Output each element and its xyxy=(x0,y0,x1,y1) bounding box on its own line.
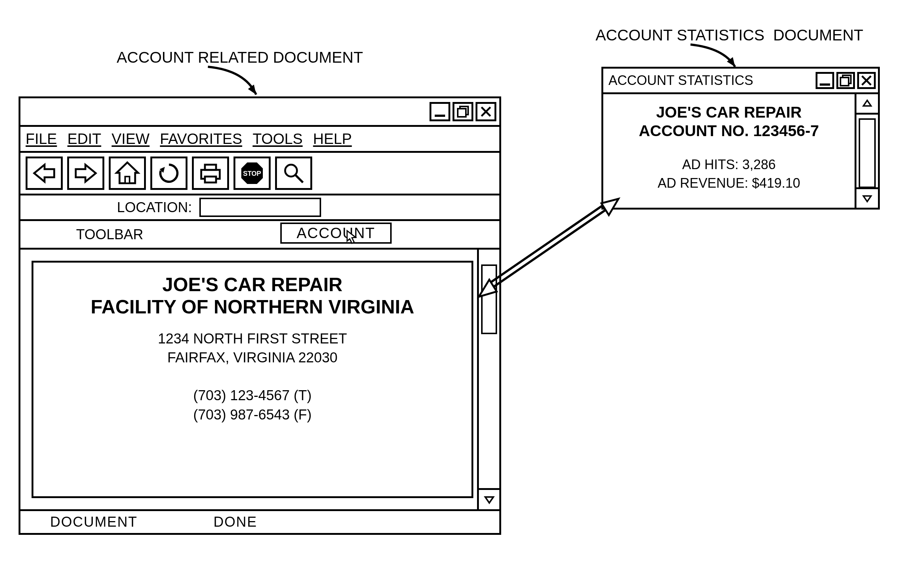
menu-view[interactable]: VIEW xyxy=(112,131,149,147)
stats-ad-revenue-value: $419.10 xyxy=(752,176,800,190)
reload-icon xyxy=(156,160,182,186)
svg-rect-4 xyxy=(458,109,466,117)
scrollbar-thumb[interactable] xyxy=(481,264,497,334)
reload-button[interactable] xyxy=(150,157,188,190)
svg-line-17 xyxy=(295,175,303,182)
chevron-down-icon xyxy=(862,193,873,204)
home-icon xyxy=(114,160,140,186)
svg-marker-8 xyxy=(76,165,96,182)
svg-rect-10 xyxy=(125,176,130,183)
svg-line-27 xyxy=(490,208,609,289)
close-icon xyxy=(860,74,873,87)
stats-heading: JOE'S CAR REPAIR ACCOUNT NO. 123456-7 xyxy=(607,103,851,141)
svg-rect-14 xyxy=(205,176,216,182)
stats-window: ACCOUNT STATISTICS xyxy=(602,67,880,210)
statusbar: DOCUMENT DONE xyxy=(21,509,499,533)
page-phone-f: (703) 987-6543 (F) xyxy=(41,405,464,424)
stats-body-wrap: JOE'S CAR REPAIR ACCOUNT NO. 123456-7 AD… xyxy=(603,94,878,208)
page-title: JOE'S CAR REPAIR FACILITY OF NORTHERN VI… xyxy=(41,274,464,318)
svg-point-16 xyxy=(285,165,297,176)
toolbar-icons: STOP xyxy=(21,153,499,195)
location-label: LOCATION: xyxy=(117,200,192,216)
callout-main-text: ACCOUNT RELATED DOCUMENT xyxy=(117,49,363,66)
minimize-button[interactable] xyxy=(430,102,450,121)
status-done: DONE xyxy=(213,514,257,530)
stats-ad-hits-row: AD HITS: 3,286 xyxy=(607,155,851,174)
menu-tools[interactable]: TOOLS xyxy=(252,131,303,147)
svg-marker-26 xyxy=(863,196,871,202)
stats-ad-hits-value: 3,286 xyxy=(742,157,775,172)
scrollbar-vertical[interactable] xyxy=(477,250,499,509)
stats-ad-revenue-label: AD REVENUE: xyxy=(658,176,748,190)
page-title-line2: FACILITY OF NORTHERN VIRGINIA xyxy=(91,296,414,317)
stats-minimize-button[interactable] xyxy=(816,72,834,89)
stop-icon-label: STOP xyxy=(243,170,261,177)
stats-heading-line1: JOE'S CAR REPAIR xyxy=(656,104,802,121)
svg-marker-19 xyxy=(485,497,493,503)
stats-ad-hits-label: AD HITS: xyxy=(682,157,738,172)
page-address-line2: FAIRFAX, VIRGINIA 22030 xyxy=(41,348,464,367)
stop-button[interactable]: STOP xyxy=(234,157,271,190)
location-row: LOCATION: xyxy=(21,195,499,221)
search-button[interactable] xyxy=(275,157,312,190)
menu-file[interactable]: FILE xyxy=(26,131,57,147)
status-document: DOCUMENT xyxy=(50,514,137,530)
svg-line-28 xyxy=(487,203,606,285)
page-address-line1: 1234 NORTH FIRST STREET xyxy=(41,330,464,348)
stats-scrollbar-thumb[interactable] xyxy=(859,118,876,188)
content-area: JOE'S CAR REPAIR FACILITY OF NORTHERN VI… xyxy=(21,250,499,509)
maximize-icon xyxy=(456,105,470,118)
account-button[interactable]: ACCOUNT xyxy=(280,222,391,244)
maximize-icon xyxy=(839,74,852,87)
stats-titlebar: ACCOUNT STATISTICS xyxy=(603,69,878,94)
search-icon xyxy=(281,160,306,186)
home-button[interactable] xyxy=(109,157,146,190)
stats-scroll-down-button[interactable] xyxy=(857,187,878,208)
menubar: FILE EDIT VIEW FAVORITES TOOLS HELP xyxy=(21,127,499,153)
page-body: 1234 NORTH FIRST STREET FAIRFAX, VIRGINI… xyxy=(41,330,464,424)
scroll-down-button[interactable] xyxy=(479,488,499,509)
forward-button[interactable] xyxy=(67,157,104,190)
stats-body: JOE'S CAR REPAIR ACCOUNT NO. 123456-7 AD… xyxy=(603,94,855,208)
browser-window: FILE EDIT VIEW FAVORITES TOOLS HELP xyxy=(19,96,501,535)
menu-help[interactable]: HELP xyxy=(313,131,352,147)
close-button[interactable] xyxy=(476,102,496,121)
forward-icon xyxy=(73,160,99,186)
titlebar xyxy=(21,98,499,127)
stats-values: AD HITS: 3,286 AD REVENUE: $419.10 xyxy=(607,155,851,193)
svg-marker-7 xyxy=(34,165,54,182)
print-button[interactable] xyxy=(192,157,229,190)
page-phone-t: (703) 123-4567 (T) xyxy=(41,386,464,405)
stats-scrollbar-track[interactable] xyxy=(857,115,878,187)
back-button[interactable] xyxy=(26,157,63,190)
print-icon xyxy=(197,160,223,186)
stats-maximize-button[interactable] xyxy=(836,72,855,89)
location-input[interactable] xyxy=(199,198,321,217)
chevron-up-icon xyxy=(862,98,873,109)
menu-favorites[interactable]: FAVORITES xyxy=(160,131,242,147)
stats-close-button[interactable] xyxy=(857,72,876,89)
svg-rect-2 xyxy=(435,115,445,117)
toolbar-row: TOOLBAR ACCOUNT xyxy=(21,221,499,250)
svg-rect-20 xyxy=(820,83,830,86)
stop-icon: STOP xyxy=(239,160,265,186)
back-icon xyxy=(31,160,57,186)
svg-rect-22 xyxy=(841,77,849,86)
close-icon xyxy=(479,105,492,118)
scrollbar-track[interactable] xyxy=(479,250,499,488)
maximize-button[interactable] xyxy=(452,102,473,121)
stats-window-title: ACCOUNT STATISTICS xyxy=(608,73,813,88)
minimize-icon xyxy=(433,105,447,118)
minimize-icon xyxy=(818,74,832,87)
page-title-line1: JOE'S CAR REPAIR xyxy=(162,274,342,295)
svg-rect-13 xyxy=(205,165,216,170)
page-panel: JOE'S CAR REPAIR FACILITY OF NORTHERN VI… xyxy=(32,261,473,498)
stats-scroll-up-button[interactable] xyxy=(857,94,878,115)
menu-edit[interactable]: EDIT xyxy=(67,131,101,147)
svg-marker-25 xyxy=(863,101,871,106)
chevron-down-icon xyxy=(484,494,495,505)
stats-ad-revenue-row: AD REVENUE: $419.10 xyxy=(607,174,851,192)
stats-scrollbar[interactable] xyxy=(855,94,878,208)
stats-heading-line2: ACCOUNT NO. 123456-7 xyxy=(639,122,819,139)
callout-stats-text: ACCOUNT STATISTICS DOCUMENT xyxy=(595,26,863,44)
